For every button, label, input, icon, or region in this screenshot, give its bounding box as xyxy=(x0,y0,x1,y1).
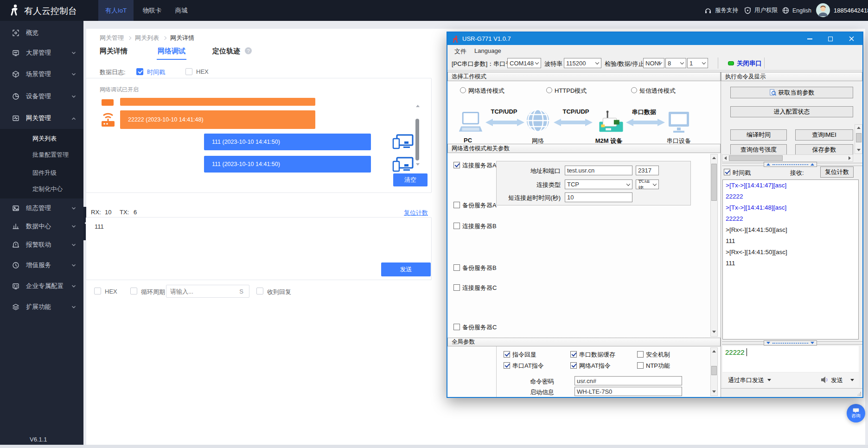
echo-checkbox[interactable] xyxy=(504,351,510,358)
menu-file[interactable]: 文件 xyxy=(454,47,466,56)
backup-a-checkbox[interactable] xyxy=(453,202,460,208)
chat-scroll-up-icon[interactable] xyxy=(416,105,420,107)
hex-send-label[interactable]: HEX xyxy=(105,288,117,295)
net-at-label[interactable]: 网络AT指令 xyxy=(579,362,611,370)
server-a-checkbox[interactable] xyxy=(453,162,460,168)
top-tab-iot[interactable]: 有人IoT xyxy=(98,0,134,21)
security-checkbox[interactable] xyxy=(637,351,644,358)
baud-select[interactable]: 115200 xyxy=(564,58,601,68)
net-passthrough-radio[interactable] xyxy=(460,87,466,93)
scroll-left-icon[interactable] xyxy=(724,156,727,160)
buttons-scrollbar[interactable] xyxy=(855,124,862,154)
hex-checkbox-label[interactable]: HEX xyxy=(196,68,209,75)
tab-network-debug[interactable]: 网络调试 xyxy=(158,47,185,56)
timeout-input[interactable]: 10 xyxy=(565,192,632,202)
conn-type-select[interactable]: TCP xyxy=(565,179,632,189)
sidebar-item-alarm[interactable]: 报警联动 xyxy=(0,237,83,253)
cycle-period-input[interactable] xyxy=(170,287,230,296)
scroll-down-icon[interactable] xyxy=(857,149,861,151)
echo-label[interactable]: 指令回显 xyxy=(512,351,536,359)
log-timestamp-label[interactable]: 时间戳 xyxy=(733,169,751,177)
send-textarea[interactable]: 111 xyxy=(86,217,432,280)
sidebar-item-overview[interactable]: 概览 xyxy=(0,25,83,41)
scroll-up-icon[interactable] xyxy=(712,157,716,159)
scroll-right-icon[interactable] xyxy=(849,156,851,160)
security-label[interactable]: 安全机制 xyxy=(646,351,670,359)
top-tab-mall[interactable]: 商城 xyxy=(170,0,193,21)
server-b-label[interactable]: 连接服务器B xyxy=(462,222,497,230)
scroll-down-icon[interactable] xyxy=(712,390,716,393)
net-params-scrollbar[interactable] xyxy=(710,154,718,337)
server-c-checkbox[interactable] xyxy=(453,284,460,291)
timestamp-checkbox[interactable] xyxy=(136,68,143,75)
sidebar-item-batch-config[interactable]: 批量配置管理 xyxy=(0,148,83,162)
reply-checkbox[interactable] xyxy=(256,288,263,294)
sidebar-item-gateway-list[interactable]: 网关列表 xyxy=(0,132,83,146)
parity-select[interactable]: NONI xyxy=(643,58,664,68)
sms-label[interactable]: 短信透传模式 xyxy=(639,87,676,95)
reply-label[interactable]: 收到回复 xyxy=(267,288,291,296)
save-params-button[interactable]: 保存参数 xyxy=(795,144,853,155)
keepalive-select[interactable]: 长连接 xyxy=(636,179,659,189)
backup-a-label[interactable]: 备份服务器A xyxy=(462,201,497,210)
dropdown-arrow-icon[interactable] xyxy=(767,379,771,381)
top-tab-sim[interactable]: 物联卡 xyxy=(138,0,166,21)
send-via-dropdown[interactable]: 通过串口发送 xyxy=(728,376,764,384)
send-input-area[interactable]: 22222 xyxy=(722,346,859,372)
send-button[interactable]: 发送 xyxy=(381,262,431,276)
consult-float-button[interactable]: 咨询 xyxy=(847,404,865,422)
menu-language[interactable]: Language xyxy=(474,47,501,54)
chat-scrollbar-thumb[interactable] xyxy=(415,119,419,160)
server-address-input[interactable]: test.usr.cn xyxy=(565,166,632,175)
help-icon[interactable]: ? xyxy=(245,47,252,54)
clear-button[interactable]: 清空 xyxy=(393,173,428,186)
sidebar-item-extensions[interactable]: 扩展功能 xyxy=(0,299,83,315)
net-at-checkbox[interactable] xyxy=(570,362,577,369)
language-menu[interactable]: English xyxy=(782,0,811,21)
backup-c-label[interactable]: 备份服务器C xyxy=(462,323,497,332)
breadcrumb-item[interactable]: 网关列表 xyxy=(135,34,159,42)
sms-radio[interactable] xyxy=(631,87,637,93)
serial-cache-label[interactable]: 串口数据缓存 xyxy=(579,351,615,359)
stopbits-select[interactable]: 1 xyxy=(687,58,708,68)
net-passthrough-label[interactable]: 网络透传模式 xyxy=(468,87,504,95)
dropdown-arrow-icon[interactable] xyxy=(850,379,854,381)
scroll-up-icon[interactable] xyxy=(712,350,716,352)
serial-at-label[interactable]: 串口AT指令 xyxy=(512,362,544,370)
enter-config-button[interactable]: 进入配置状态 xyxy=(730,106,853,117)
sidebar-item-screens[interactable]: 大屏管理 xyxy=(0,45,83,61)
tab-gateway-detail[interactable]: 网关详情 xyxy=(100,47,128,56)
avatar[interactable] xyxy=(816,3,830,17)
sidebar-item-hmi[interactable]: 组态管理 xyxy=(0,200,83,216)
reset-count-link[interactable]: 复位计数 xyxy=(404,209,428,217)
hex-send-checkbox[interactable] xyxy=(94,288,101,294)
server-b-checkbox[interactable] xyxy=(453,223,460,229)
user-phone[interactable]: 18854642418 xyxy=(834,7,868,14)
backup-c-checkbox[interactable] xyxy=(453,324,460,330)
cycle-checkbox[interactable] xyxy=(130,288,137,294)
get-params-button[interactable]: 获取当前参数 xyxy=(730,87,853,98)
sidebar-item-scenes[interactable]: 场景管理 xyxy=(0,66,83,82)
cycle-label[interactable]: 循环周期 xyxy=(141,288,165,296)
ntp-checkbox[interactable] xyxy=(637,362,644,369)
sidebar-item-devices[interactable]: 设备管理 xyxy=(0,89,83,104)
scrollbar-thumb[interactable] xyxy=(711,366,717,375)
httpd-radio[interactable] xyxy=(546,87,552,93)
global-params-scrollbar[interactable] xyxy=(710,347,718,396)
com-port-select[interactable]: COM148 xyxy=(507,58,541,68)
serial-cache-checkbox[interactable] xyxy=(570,351,577,358)
resize-grip[interactable] xyxy=(857,391,862,396)
boot-info-input[interactable]: WH-LTE-7S0 xyxy=(574,387,682,396)
scrollbar-thumb[interactable] xyxy=(711,164,717,201)
breadcrumb-item[interactable]: 网关管理 xyxy=(100,34,124,42)
query-signal-button[interactable]: 查询信号强度 xyxy=(730,144,787,155)
sidebar-item-data-center[interactable]: 数据中心 xyxy=(0,218,83,234)
close-button[interactable] xyxy=(841,32,862,45)
sidebar-item-customization[interactable]: 定制化中心 xyxy=(0,182,83,196)
server-port-input[interactable]: 2317 xyxy=(636,166,659,175)
log-timestamp-checkbox[interactable] xyxy=(724,169,730,175)
query-imei-button[interactable]: 查询IMEI xyxy=(795,129,853,141)
scrollbar-thumb[interactable] xyxy=(729,155,783,161)
horizontal-scrollbar[interactable] xyxy=(722,154,853,162)
scroll-up-icon[interactable] xyxy=(857,127,861,129)
